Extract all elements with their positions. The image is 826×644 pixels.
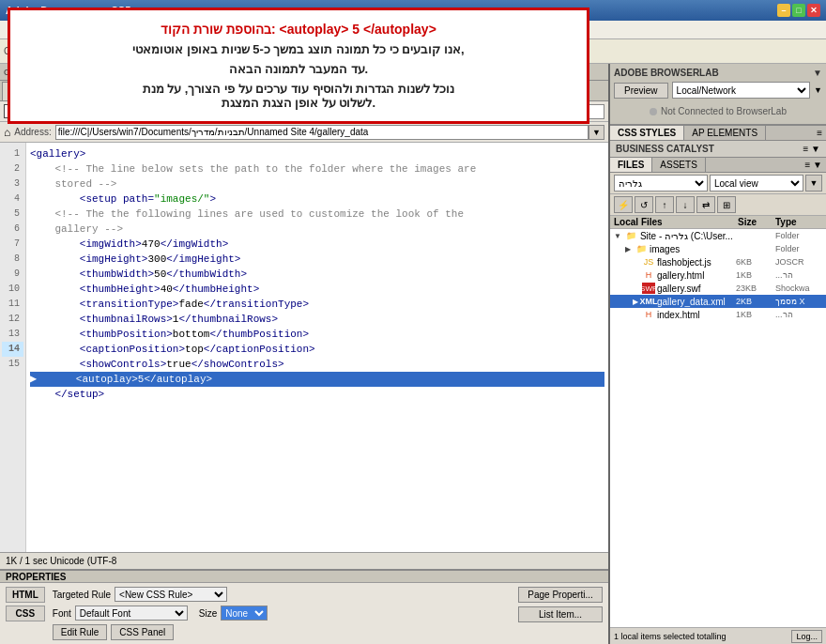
properties-title: PROPERTIES [0, 571, 608, 583]
file-size-gallery-html: 1KB [736, 270, 773, 280]
page-properties-button[interactable]: Page Properti... [518, 587, 603, 603]
files-options-btn[interactable]: ▼ [805, 175, 822, 192]
files-options-icon[interactable]: ≡ ▼ [801, 158, 826, 172]
folder-icon: 📁 [625, 230, 638, 241]
file-type-gallery-html: ...הר [775, 270, 822, 280]
sync-button[interactable]: ⇄ [696, 196, 715, 213]
maximize-button[interactable]: □ [792, 4, 805, 17]
not-connected-status: Not Connected to BrowserLab [614, 102, 822, 120]
code-line-14[interactable]: ▶ <autoplay>5</autoplay> [30, 372, 604, 387]
xml-file-icon: XML [642, 296, 655, 307]
edit-rule-button[interactable]: Edit Rule [53, 624, 108, 640]
font-row: Font Default Font Size None [53, 606, 511, 621]
panel-options-icon[interactable]: ≡ [813, 126, 826, 140]
expand-images-icon: ▶ [625, 245, 631, 253]
file-size-index-html: 1KB [736, 310, 773, 319]
font-select[interactable]: Default Font [75, 606, 188, 621]
file-type-images: Folder [775, 244, 822, 253]
refresh-button[interactable]: ↺ [635, 196, 653, 213]
code-line-9: <transitionType>fade</transitionType> [30, 297, 604, 312]
code-line-3: <setup path="images/"> [30, 192, 604, 207]
code-line-8: <thumbHeight>40</thumbHeight> [30, 282, 604, 297]
log-button[interactable]: Log... [791, 630, 822, 643]
file-type-gallery-swf: Shockwa [775, 284, 822, 293]
connect-button[interactable]: ⚡ [614, 196, 633, 213]
code-content: <gallery> <!-- The line below sets the p… [26, 143, 608, 552]
file-name-gallery-html: gallery.html [657, 270, 734, 281]
browserlab-section: ADOBE BROWSERLAB ▼ Preview Local/Network… [610, 64, 826, 126]
local-files-header: Local Files Size Type [610, 216, 826, 229]
network-select[interactable]: Local/Network [672, 82, 811, 99]
size-select[interactable]: None [221, 606, 268, 621]
targeted-rule-label: Targeted Rule [53, 590, 111, 600]
expand-root-icon: ▼ [614, 232, 621, 240]
css-panel-button[interactable]: CSS Panel [111, 624, 174, 640]
targeted-rule-row: Targeted Rule <New CSS Rule> [53, 587, 511, 602]
dropdown-arrow-icon: ▼ [814, 85, 822, 95]
address-input[interactable] [55, 125, 589, 140]
view-select[interactable]: Local view [710, 175, 803, 192]
tooltip-line2: ,אנו קובעים כי כל תמונה תוצג במשך כ-5 שנ… [25, 42, 572, 56]
minimize-button[interactable]: – [777, 4, 790, 17]
files-section: FILES ASSETS ≡ ▼ גלריה Local view ▼ [610, 158, 826, 644]
files-status-text: 1 local items selected totalling [614, 632, 727, 641]
files-status-bar: 1 local items selected totalling Log... [610, 627, 826, 644]
css-styles-tab[interactable]: CSS STYLES [610, 126, 684, 140]
address-go-button[interactable]: ▼ [589, 125, 604, 140]
close-button[interactable]: ✕ [807, 4, 820, 17]
preview-button[interactable]: Preview [614, 83, 668, 99]
swf-file-icon: SWF [642, 283, 655, 294]
browserlab-collapse-icon[interactable]: ▼ [813, 68, 822, 78]
rule-buttons-row: Edit Rule CSS Panel [53, 624, 511, 640]
file-item-root[interactable]: ▼ 📁 Site - גלריה (C:\User... Folder [610, 229, 826, 242]
download-button[interactable]: ↓ [676, 196, 695, 213]
file-name-root: Site - גלריה (C:\User... [640, 231, 734, 241]
status-bar: 1K / 1 sec Unicode (UTF-8 [0, 552, 608, 569]
assets-tab[interactable]: ASSETS [652, 158, 705, 172]
images-folder-icon: 📁 [635, 243, 648, 254]
code-line-7: <thumbWidth>50</thumbWidth> [30, 267, 604, 282]
html-mode-button[interactable]: HTML [6, 587, 45, 603]
line-numbers: 1 2 3 4 5 6 7 8 9 10 11 12 13 14 15 [0, 143, 26, 552]
file-size-gallery-swf: 23KB [736, 284, 773, 293]
tooltip-overlay: <autoplay> 5 </autoplay> :בהוספת שורת הק… [8, 8, 589, 124]
file-item-index-html[interactable]: ▶ H index.html 1KB ...הר [610, 308, 826, 321]
js-file-icon: JS [642, 256, 655, 268]
properties-content: HTML CSS Targeted Rule <New CSS Rule> Fo… [0, 583, 608, 644]
file-item-gallery-xml[interactable]: ▶ XML gallery_data.xml 2KB מסמך X [610, 295, 826, 308]
code-line-2: <!-- The line below sets the path to the… [30, 161, 604, 176]
file-size-gallery-xml: 2KB [736, 297, 773, 306]
tooltip-line1: <autoplay> 5 </autoplay> :בהוספת שורת הק… [25, 22, 572, 37]
code-line-1: <gallery> [30, 146, 604, 161]
bc-section: BUSINESS CATALYST ≡ ▼ [610, 141, 826, 158]
css-ap-tabs: CSS STYLES AP ELEMENTS ≡ [610, 126, 826, 141]
arrow-icon: ▶ [30, 372, 37, 387]
file-name-index-html: index.html [657, 310, 734, 320]
folder-select[interactable]: גלריה [614, 175, 708, 192]
bc-options-icon[interactable]: ≡ ▼ [803, 144, 820, 154]
ap-elements-tab[interactable]: AP ELEMENTS [684, 126, 766, 140]
local-files-name-header: Local Files [614, 217, 738, 227]
css-mode-button[interactable]: CSS [6, 606, 45, 621]
code-line-4b: gallery --> [30, 222, 604, 237]
code-line-2b: stored --> [30, 176, 604, 192]
files-actions: ⚡ ↺ ↑ ↓ ⇄ ⊞ [610, 194, 826, 216]
targeted-rule-select[interactable]: <New CSS Rule> [115, 587, 227, 602]
file-item-images[interactable]: ▶ 📁 images Folder [610, 242, 826, 255]
code-line-12: <captionPosition>top</captionPosition> [30, 342, 604, 357]
upload-button[interactable]: ↑ [655, 196, 674, 213]
file-type-gallery-xml: מסמך X [775, 297, 822, 306]
tooltip-line3: .עד המעבר לתמונה הבאה [25, 62, 572, 76]
right-panel: ADOBE BROWSERLAB ▼ Preview Local/Network… [610, 64, 826, 644]
list-item-button[interactable]: List Item... [518, 606, 603, 622]
files-tab[interactable]: FILES [610, 158, 652, 172]
file-item-gallery-swf[interactable]: ▶ SWF gallery.swf 23KB Shockwa [610, 282, 826, 295]
file-item-gallery-html[interactable]: ▶ H gallery.html 1KB ...הר [610, 268, 826, 282]
status-info: 1K / 1 sec Unicode (UTF-8 [6, 556, 116, 566]
tooltip-line5: .לשלוט על אופן הצגת המצגת [25, 96, 572, 110]
code-line-15: </setup> [30, 387, 604, 402]
code-line-5: <imgWidth>470</imgWidth> [30, 237, 604, 252]
file-item-flashobject[interactable]: ▶ JS flashobject.js 6KB JOSCR [610, 255, 826, 268]
expand-button[interactable]: ⊞ [717, 196, 736, 213]
code-line-6: <imgHeight>300</imgHeight> [30, 252, 604, 267]
